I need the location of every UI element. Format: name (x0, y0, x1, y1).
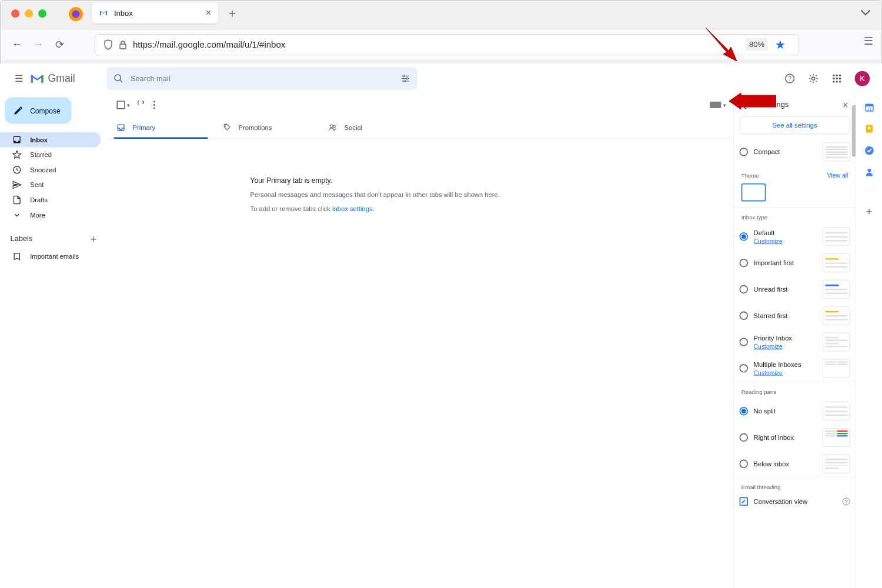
inbox-type-default[interactable]: DefaultCustomize (734, 223, 856, 250)
inbox-settings-link[interactable]: inbox settings (332, 205, 372, 213)
inbox-type-priority[interactable]: Priority InboxCustomize (734, 329, 856, 355)
nav-reload-button[interactable]: ⟳ (49, 34, 70, 55)
radio-icon[interactable] (740, 338, 748, 346)
svg-point-16 (833, 78, 835, 80)
add-addon-icon[interactable]: ＋ (864, 204, 874, 218)
select-checkbox[interactable] (116, 101, 125, 109)
theme-view-all-link[interactable]: View all (827, 172, 848, 179)
customize-link[interactable]: Customize (754, 343, 817, 350)
window-minimize[interactable] (25, 9, 33, 18)
svg-line-6 (120, 80, 122, 82)
contacts-icon[interactable] (864, 167, 874, 178)
toolbar: ▾ ▾ (109, 93, 734, 116)
nav-starred[interactable]: Starred (0, 147, 101, 162)
svg-point-24 (153, 104, 155, 106)
close-qs-icon[interactable]: × (843, 99, 848, 110)
gmail-header: ☰ Gmail ? K (0, 64, 882, 93)
inbox-type-unread-first[interactable]: Unread first (734, 276, 856, 303)
see-all-settings-button[interactable]: See all settings (740, 116, 850, 134)
sidebar: Compose Inbox Starred Snoozed Sent (0, 93, 109, 588)
radio-icon[interactable] (740, 259, 748, 267)
radio-icon[interactable] (740, 148, 748, 156)
calendar-icon[interactable]: 31 (864, 102, 874, 113)
window-close[interactable] (11, 9, 19, 18)
lock-icon[interactable] (119, 40, 127, 49)
reading-pane-below[interactable]: Below inbox (734, 450, 856, 477)
svg-point-8 (406, 78, 408, 79)
support-icon[interactable]: ? (780, 69, 799, 88)
select-all-dropdown[interactable]: ▾ (116, 101, 129, 109)
nav-inbox[interactable]: Inbox (0, 132, 101, 148)
svg-point-19 (833, 81, 835, 83)
settings-gear-icon[interactable] (804, 69, 823, 88)
nav-drafts[interactable]: Drafts (0, 192, 101, 208)
inbox-type-important-first[interactable]: Important first (734, 250, 856, 276)
close-tab-icon[interactable]: × (206, 8, 211, 18)
theme-thumbnail[interactable] (741, 183, 766, 201)
empty-title: Your Primary tab is empty. (250, 176, 715, 185)
search-bar[interactable] (107, 67, 417, 89)
search-input[interactable] (131, 74, 400, 82)
conversation-view-toggle[interactable]: Conversation view ? (734, 493, 856, 509)
browser-tab-inbox[interactable]: Inbox × (92, 2, 218, 24)
url-text: https://mail.google.com/mail/u/1/#inbox (133, 39, 746, 49)
more-icon[interactable] (153, 101, 155, 109)
caret-down-icon: ▾ (127, 102, 130, 108)
customize-link[interactable]: Customize (754, 238, 817, 245)
tab-title: Inbox (114, 9, 206, 18)
radio-icon[interactable] (740, 407, 748, 415)
checkbox-icon[interactable] (740, 497, 748, 506)
file-icon (12, 195, 22, 205)
address-bar[interactable]: https://mail.google.com/mail/u/1/#inbox … (95, 34, 799, 55)
radio-icon[interactable] (740, 433, 748, 442)
label-important-emails[interactable]: Important emails (0, 249, 109, 264)
bookmark-star-icon[interactable]: ★ (775, 38, 786, 52)
help-icon[interactable]: ? (843, 497, 850, 505)
nav-sent[interactable]: Sent (0, 178, 101, 193)
svg-point-27 (225, 125, 226, 126)
keep-icon[interactable] (864, 123, 874, 134)
compose-button[interactable]: Compose (5, 98, 72, 124)
inbox-tabs: Primary Promotions Social (109, 116, 734, 139)
window-controls (11, 9, 46, 18)
inbox-type-multiple[interactable]: Multiple InboxesCustomize (734, 355, 856, 382)
radio-icon[interactable] (740, 312, 748, 320)
svg-point-5 (115, 75, 121, 81)
customize-link[interactable]: Customize (754, 369, 817, 376)
shield-icon[interactable] (103, 39, 113, 50)
radio-icon[interactable] (740, 232, 748, 240)
nav-snoozed[interactable]: Snoozed (0, 162, 101, 178)
nav-more[interactable]: More (0, 208, 101, 223)
radio-icon[interactable] (740, 460, 748, 468)
radio-icon[interactable] (740, 285, 748, 293)
tab-primary[interactable]: Primary (109, 116, 215, 139)
tab-social[interactable]: Social (321, 116, 427, 139)
reading-pane-no-split[interactable]: No split (734, 398, 856, 425)
clock-icon (12, 165, 22, 175)
firefox-logo (68, 6, 83, 22)
toggle-split-pane[interactable]: ▾ (710, 102, 726, 108)
add-label-button[interactable]: ＋ (88, 232, 99, 246)
people-icon (328, 123, 336, 131)
inbox-type-starred-first[interactable]: Starred first (734, 302, 856, 329)
tasks-icon[interactable] (864, 145, 874, 156)
nav-back-button[interactable]: ← (6, 34, 28, 55)
account-avatar[interactable]: K (855, 71, 870, 86)
tabs-dropdown-icon[interactable] (860, 9, 871, 17)
browser-menu-icon[interactable]: ☰ (864, 35, 873, 48)
radio-icon[interactable] (740, 364, 748, 372)
new-tab-button[interactable]: ＋ (223, 4, 242, 22)
nav-forward-button: → (28, 34, 49, 55)
reading-pane-right[interactable]: Right of inbox (734, 425, 856, 451)
zoom-level[interactable]: 80% (746, 38, 768, 51)
svg-point-34 (868, 127, 870, 129)
tab-promotions[interactable]: Promotions (215, 116, 321, 139)
search-options-icon[interactable] (400, 74, 411, 84)
window-maximize[interactable] (38, 9, 46, 18)
apps-grid-icon[interactable] (827, 69, 846, 88)
refresh-icon[interactable] (138, 101, 146, 109)
svg-point-18 (839, 78, 841, 80)
main-menu-icon[interactable]: ☰ (8, 67, 30, 89)
gmail-logo[interactable]: Gmail (30, 72, 75, 85)
density-compact[interactable]: Compact (734, 139, 856, 165)
